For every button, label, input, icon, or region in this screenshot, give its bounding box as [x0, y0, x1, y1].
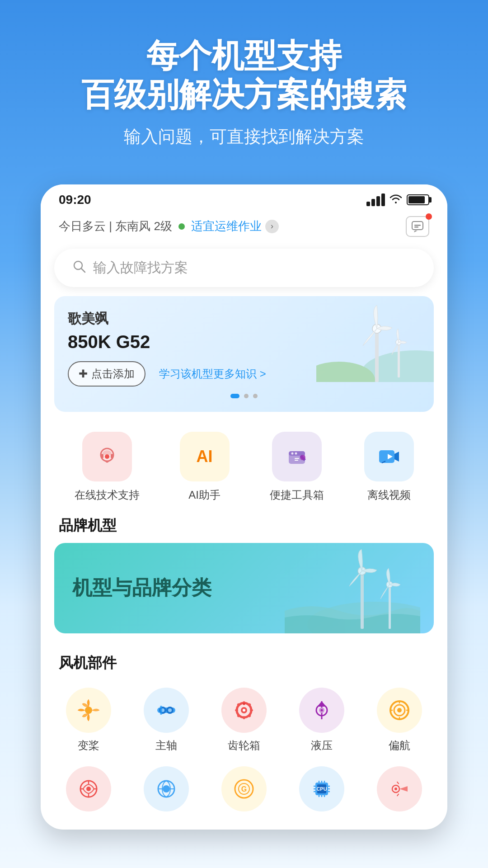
svg-rect-33: [160, 706, 162, 715]
notification-badge: [426, 213, 432, 220]
weather-status: 适宜运维作业: [191, 218, 262, 234]
svg-line-82: [397, 793, 399, 796]
phone-mockup: 09:20 今日多云 | 东南风 2级: [41, 184, 447, 830]
hero-title-line2: 百级别解决方案的搜索: [81, 76, 407, 113]
tools-label: 便捷工具箱: [270, 488, 324, 502]
status-time: 09:20: [59, 193, 91, 207]
svg-point-48: [320, 709, 323, 711]
bottom-icons-row: G CPU: [41, 762, 447, 816]
quick-item-support[interactable]: 在线技术支持: [75, 432, 140, 502]
svg-point-80: [394, 788, 397, 790]
video-label: 离线视频: [367, 488, 411, 502]
part-item-chilvxiang[interactable]: 齿轮箱: [209, 688, 279, 753]
svg-rect-13: [111, 454, 113, 458]
svg-rect-25: [389, 584, 391, 629]
svg-point-27: [85, 707, 92, 714]
quick-item-video[interactable]: 离线视频: [364, 432, 414, 502]
status-bar: 09:20: [41, 184, 447, 212]
weather-info: 今日多云 | 东南风 2级 适宜运维作业 ›: [59, 218, 279, 234]
quick-icons-section: 在线技术支持 AI AI助手 便捷工具箱: [41, 423, 447, 507]
support-label: 在线技术支持: [75, 488, 140, 502]
hero-subtitle: 输入问题，可直接找到解决方案: [27, 125, 461, 148]
hero-title-line1: 每个机型支持: [146, 38, 342, 74]
zhuzou-icon: [144, 688, 189, 733]
svg-text:CPU: CPU: [316, 786, 327, 792]
add-machine-button[interactable]: ✚ 点击添加: [68, 361, 145, 387]
battery-icon: [407, 194, 429, 205]
support-icon: [82, 432, 132, 481]
chilv-label: 齿轮箱: [228, 738, 260, 753]
pianhang-icon: [377, 688, 422, 733]
bottom-icon-3[interactable]: G: [221, 766, 267, 811]
weather-arrow-icon[interactable]: ›: [265, 220, 279, 233]
ai-label: AI助手: [188, 488, 221, 502]
yeya-label: 液压: [311, 738, 333, 753]
dot-2: [244, 394, 249, 398]
part-item-pianhang[interactable]: 偏航: [365, 688, 435, 753]
svg-rect-1: [414, 225, 421, 226]
chat-icon[interactable]: [406, 216, 429, 237]
search-bar[interactable]: 输入故障找方案: [54, 249, 434, 287]
quick-item-tools[interactable]: 便捷工具箱: [270, 432, 324, 502]
chilv-icon: [221, 688, 267, 733]
wifi-icon: [389, 193, 402, 206]
svg-point-17: [291, 452, 293, 454]
search-icon: [72, 259, 86, 276]
part-item-bianjian[interactable]: 变桨: [54, 688, 124, 753]
learn-more-link[interactable]: 学习该机型更多知识 >: [159, 367, 266, 381]
svg-point-18: [295, 452, 297, 454]
svg-rect-2: [414, 226, 418, 228]
svg-point-52: [397, 708, 402, 712]
svg-rect-40: [250, 709, 253, 711]
dot-1: [230, 394, 239, 398]
svg-line-4: [81, 269, 85, 272]
pianhang-label: 偏航: [389, 738, 410, 753]
video-icon: [364, 432, 414, 481]
signal-icon: [366, 193, 385, 206]
hero-title: 每个机型支持 百级别解决方案的搜索: [27, 36, 461, 114]
card-dots: [68, 394, 420, 398]
weather-text: 今日多云 | 东南风 2级: [59, 218, 172, 234]
brand-card[interactable]: 机型与品牌分类: [54, 543, 434, 633]
add-label: 点击添加: [91, 367, 135, 381]
ai-icon: AI: [180, 432, 230, 481]
svg-point-45: [243, 703, 245, 705]
svg-point-14: [105, 454, 109, 459]
bottom-icon-cpu[interactable]: CPU: [299, 766, 344, 811]
turbine-illustration: [316, 296, 434, 382]
part-item-zhouzhou[interactable]: 主轴: [131, 688, 202, 753]
parts-section-title: 风机部件: [41, 644, 447, 680]
brand-card-label: 机型与品牌分类: [72, 575, 211, 601]
svg-point-36: [243, 709, 245, 712]
svg-point-19: [300, 455, 305, 460]
bottom-icon-1[interactable]: [66, 766, 111, 811]
plus-icon: ✚: [79, 368, 88, 380]
machine-card: 歌美飒 850K G52 ✚ 点击添加 学习该机型更多知识 >: [54, 296, 434, 412]
quick-item-ai[interactable]: AI AI助手: [180, 432, 230, 502]
status-dot: [178, 223, 185, 230]
chat-icon-wrap[interactable]: [406, 216, 429, 237]
svg-rect-39: [235, 709, 238, 711]
hero-section: 每个机型支持 百级别解决方案的搜索 输入问题，可直接找到解决方案: [0, 0, 488, 166]
svg-point-58: [86, 787, 91, 791]
status-icons: [366, 193, 429, 206]
zhuzou-label: 主轴: [155, 738, 177, 753]
svg-text:G: G: [241, 785, 247, 793]
svg-rect-7: [375, 328, 379, 382]
svg-point-49: [320, 703, 323, 705]
search-placeholder: 输入故障找方案: [93, 259, 188, 277]
bottom-icon-2[interactable]: [144, 766, 189, 811]
brand-turbine-illustration: [280, 543, 425, 633]
bottom-icon-5[interactable]: [377, 766, 422, 811]
parts-grid: 变桨 主轴: [41, 680, 447, 762]
svg-rect-12: [101, 454, 103, 458]
part-item-yeya[interactable]: 液压: [287, 688, 357, 753]
bianjian-icon: [66, 688, 111, 733]
svg-line-81: [397, 781, 399, 784]
bianjian-label: 变桨: [78, 738, 99, 753]
svg-rect-9: [398, 341, 400, 377]
svg-point-32: [168, 708, 172, 712]
brand-section-title: 品牌机型: [41, 507, 447, 543]
weather-bar: 今日多云 | 东南风 2级 适宜运维作业 ›: [41, 212, 447, 244]
dot-3: [253, 394, 258, 398]
